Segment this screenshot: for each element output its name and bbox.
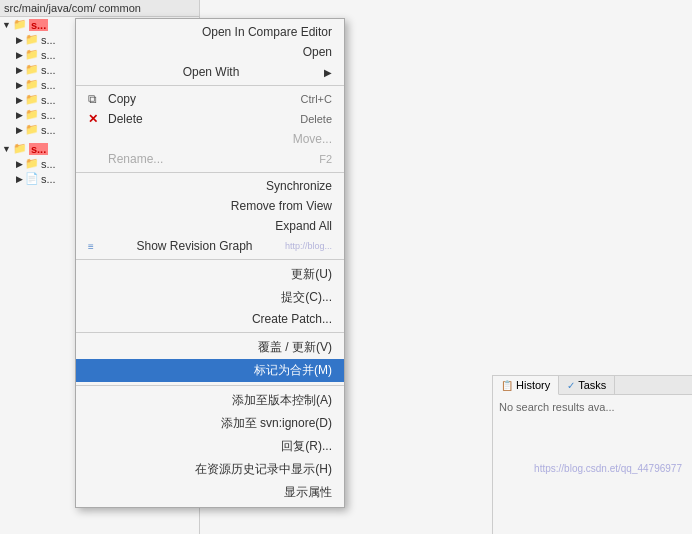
menu-add-vc[interactable]: 添加至版本控制(A) xyxy=(76,389,344,412)
tree-header: src/main/java/com/ common xyxy=(0,0,199,17)
menu-separator xyxy=(76,385,344,386)
right-panel-tabs: 📋 History ✓ Tasks xyxy=(493,376,692,395)
tree-item-label: s... xyxy=(41,109,56,121)
menu-mark-merge[interactable]: 标记为合并(M) xyxy=(76,359,344,382)
menu-commit-cn[interactable]: 提交(C)... xyxy=(76,286,344,309)
folder-icon: 📁 xyxy=(25,157,39,170)
menu-separator xyxy=(76,332,344,333)
watermark: https://blog.csdn.et/qq_44796977 xyxy=(534,463,682,474)
menu-show-props[interactable]: 显示属性 xyxy=(76,481,344,504)
menu-delete[interactable]: ✕ Delete Delete xyxy=(76,109,344,129)
menu-shortcut: F2 xyxy=(319,153,332,165)
menu-remove-view[interactable]: Remove from View xyxy=(76,196,344,216)
tree-item-label: s... xyxy=(41,64,56,76)
folder-icon: 📁 xyxy=(25,108,39,121)
chevron-right-icon: ▶ xyxy=(16,125,23,135)
chevron-right-icon: ▶ xyxy=(16,50,23,60)
chevron-right-icon: ▶ xyxy=(16,65,23,75)
menu-separator xyxy=(76,259,344,260)
menu-show-revision[interactable]: ≡ Show Revision Graph http://blog... xyxy=(76,236,344,256)
tree-item-label: s... xyxy=(41,34,56,46)
history-icon: 📋 xyxy=(501,380,513,391)
copy-icon: ⧉ xyxy=(88,92,104,106)
tree-item-label: s... xyxy=(41,124,56,136)
tab-history[interactable]: 📋 History xyxy=(493,376,559,395)
tab-tasks[interactable]: ✓ Tasks xyxy=(559,376,615,394)
folder-icon: 📁 xyxy=(13,18,27,31)
menu-open-with[interactable]: Open With ▶ xyxy=(76,62,344,82)
menu-synchronize[interactable]: Synchronize xyxy=(76,176,344,196)
menu-move[interactable]: Move... xyxy=(76,129,344,149)
chevron-right-icon: ▶ xyxy=(16,80,23,90)
tree-item-label: s... xyxy=(41,173,56,185)
menu-revert2[interactable]: 回复(R)... xyxy=(76,435,344,458)
menu-update-cn[interactable]: 更新(U) xyxy=(76,263,344,286)
tasks-icon: ✓ xyxy=(567,380,575,391)
tree-item-label: s... xyxy=(41,94,56,106)
menu-create-patch[interactable]: Create Patch... xyxy=(76,309,344,329)
revision-graph-icon: ≡ xyxy=(88,241,104,252)
chevron-right-icon: ▶ xyxy=(16,95,23,105)
chevron-down-icon: ▼ xyxy=(2,144,11,154)
tree-item-label: s... xyxy=(41,158,56,170)
context-menu: Open In Compare Editor Open Open With ▶ … xyxy=(75,18,345,508)
watermark-text: http://blog... xyxy=(285,241,332,251)
right-panel: 📋 History ✓ Tasks No search results ava.… xyxy=(492,375,692,534)
tree-item-label: s... xyxy=(41,49,56,61)
folder-icon: 📁 xyxy=(25,48,39,61)
chevron-right-icon: ▶ xyxy=(16,110,23,120)
menu-shortcut: Ctrl+C xyxy=(301,93,332,105)
delete-icon: ✕ xyxy=(88,112,104,126)
menu-separator xyxy=(76,85,344,86)
chevron-down-icon: ▼ xyxy=(2,20,11,30)
menu-copy[interactable]: ⧉ Copy Ctrl+C xyxy=(76,89,344,109)
folder-icon: 📁 xyxy=(25,123,39,136)
menu-rename[interactable]: Rename... F2 xyxy=(76,149,344,169)
folder-icon: 📁 xyxy=(25,63,39,76)
menu-add-svnignore[interactable]: 添加至 svn:ignore(D) xyxy=(76,412,344,435)
chevron-right-icon: ▶ xyxy=(16,174,23,184)
folder-icon: 📁 xyxy=(13,142,27,155)
tree-item-label: s... xyxy=(29,143,48,155)
folder-icon: 📁 xyxy=(25,33,39,46)
folder-icon: 📁 xyxy=(25,93,39,106)
menu-revert-cn[interactable]: 覆盖 / 更新(V) xyxy=(76,336,344,359)
file-icon: 📄 xyxy=(25,172,39,185)
folder-icon: 📁 xyxy=(25,78,39,91)
menu-show-history[interactable]: 在资源历史记录中显示(H) xyxy=(76,458,344,481)
ide-background: src/main/java/com/ common ▼ 📁 s... ▶ 📁 s… xyxy=(0,0,692,534)
tree-item-label: s... xyxy=(29,19,48,31)
menu-separator xyxy=(76,172,344,173)
menu-open[interactable]: Open xyxy=(76,42,344,62)
menu-expand-all[interactable]: Expand All xyxy=(76,216,344,236)
menu-shortcut: Delete xyxy=(300,113,332,125)
tree-item-label: s... xyxy=(41,79,56,91)
right-panel-content: No search results ava... xyxy=(493,395,692,419)
chevron-right-icon: ▶ xyxy=(16,35,23,45)
chevron-right-icon: ▶ xyxy=(16,159,23,169)
submenu-arrow-icon: ▶ xyxy=(324,67,332,78)
menu-open-compare[interactable]: Open In Compare Editor xyxy=(76,22,344,42)
